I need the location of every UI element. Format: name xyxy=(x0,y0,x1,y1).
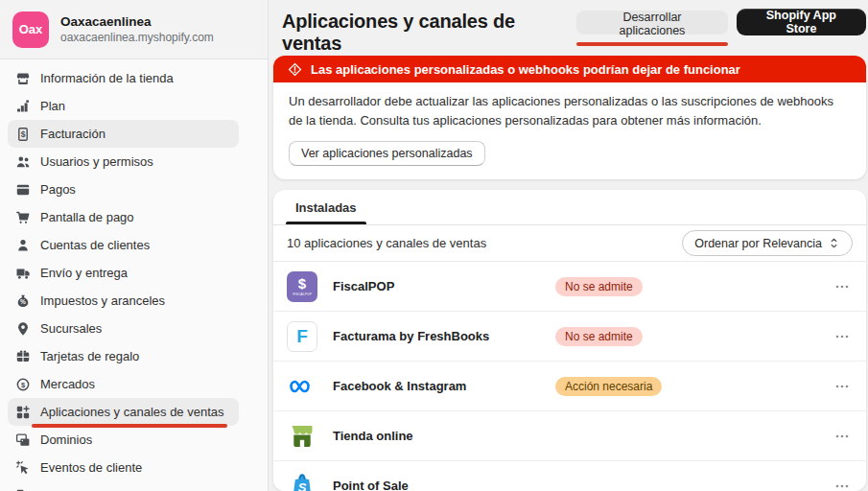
svg-text:%: % xyxy=(20,298,26,305)
sidebar-item-customer-accounts[interactable]: Cuentas de clientes xyxy=(8,231,239,259)
app-row-fiscalpop[interactable]: $ FISCALPOP FiscalPOP No se admite xyxy=(273,262,866,312)
apps-list-card: Instaladas 10 aplicaciones y canales de … xyxy=(273,190,866,491)
alert-diamond-icon xyxy=(288,62,302,77)
plan-icon xyxy=(15,99,31,114)
svg-text:$: $ xyxy=(21,380,26,388)
header-actions: Desarrollar aplicaciones Shopify App Sto… xyxy=(576,9,866,46)
users-icon xyxy=(15,154,31,170)
settings-sidebar: Oax Oaxacaenlinea oaxacaenlinea.myshopif… xyxy=(0,0,269,491)
ellipsis-icon xyxy=(834,479,850,491)
globe-dollar-icon: $ xyxy=(15,377,31,392)
view-custom-apps-button[interactable]: Ver aplicaciones personalizadas xyxy=(289,141,485,166)
sidebar-item-brand[interactable]: Marca xyxy=(8,481,239,491)
svg-text:$: $ xyxy=(21,129,26,138)
person-icon xyxy=(15,238,31,253)
sidebar-item-label: Tarjetas de regalo xyxy=(40,349,139,363)
sidebar-item-domains[interactable]: Dominios xyxy=(8,426,239,454)
develop-apps-button[interactable]: Desarrollar aplicaciones xyxy=(576,11,728,35)
sidebar-item-label: Envío y entrega xyxy=(40,266,128,280)
sidebar-item-label: Mercados xyxy=(40,377,95,391)
app-name: Point of Sale xyxy=(333,479,555,491)
sidebar-item-label: Pagos xyxy=(40,182,76,197)
row-menu-button[interactable] xyxy=(832,376,853,397)
sidebar-item-label: Plan xyxy=(40,99,65,113)
ellipsis-icon xyxy=(834,379,850,394)
settings-nav: Información de la tienda Plan $ Facturac… xyxy=(0,59,268,491)
apps-count-text: 10 aplicaciones y canales de ventas xyxy=(287,236,486,250)
sidebar-item-billing[interactable]: $ Facturación xyxy=(8,120,239,148)
store-name: Oaxacaenlinea xyxy=(60,14,214,31)
sidebar-item-store-details[interactable]: Información de la tienda xyxy=(8,64,239,92)
alert-body: Un desarrollador debe actualizar las apl… xyxy=(273,82,849,179)
webhooks-alert-card: Las aplicaciones personalizadas o webhoo… xyxy=(273,56,866,179)
payments-icon xyxy=(15,182,31,198)
sidebar-item-gift-cards[interactable]: Tarjetas de regalo xyxy=(8,342,239,370)
apps-count-row: 10 aplicaciones y canales de ventas Orde… xyxy=(273,225,866,262)
sidebar-item-checkout[interactable]: Pantalla de pago xyxy=(8,203,239,231)
page-title: Aplicaciones y canales de ventas xyxy=(282,9,576,55)
sidebar-item-label: Dominios xyxy=(40,433,92,447)
store-icon xyxy=(15,71,31,86)
sidebar-item-locations[interactable]: Sucursales xyxy=(8,315,239,342)
app-row-online-store[interactable]: Tienda online xyxy=(273,411,866,461)
apps-tabs: Instaladas xyxy=(273,190,866,225)
money-bag-icon: % xyxy=(15,293,31,309)
status-badge: Acción necesaria xyxy=(555,377,662,396)
billing-icon: $ xyxy=(15,127,31,142)
app-row-facebook-instagram[interactable]: Facebook & Instagram Acción necesaria xyxy=(273,362,866,411)
gift-card-icon xyxy=(15,349,31,364)
develop-apps-button-wrap: Desarrollar aplicaciones xyxy=(576,9,728,46)
sidebar-item-taxes-duties[interactable]: % Impuestos y aranceles xyxy=(8,287,239,315)
sidebar-item-shipping-delivery[interactable]: Envío y entrega xyxy=(8,259,239,287)
ellipsis-icon xyxy=(834,429,850,444)
sidebar-item-plan[interactable]: Plan xyxy=(8,92,239,120)
store-domain: oaxacaenlinea.myshopify.com xyxy=(60,31,214,44)
status-badge: No se admite xyxy=(555,327,643,346)
sidebar-item-customer-events[interactable]: Eventos de cliente xyxy=(8,454,239,481)
sidebar-item-label: Información de la tienda xyxy=(40,71,174,85)
row-menu-button[interactable] xyxy=(832,426,853,447)
meta-app-icon xyxy=(287,371,317,402)
store-avatar: Oax xyxy=(12,12,49,48)
sidebar-item-markets[interactable]: $ Mercados xyxy=(8,370,239,398)
alert-header: Las aplicaciones personalizadas o webhoo… xyxy=(273,56,866,82)
app-row-facturama[interactable]: F Facturama by FreshBooks No se admite xyxy=(273,312,866,362)
row-menu-button[interactable] xyxy=(832,276,853,297)
sidebar-item-label: Aplicaciones y canales de ventas xyxy=(40,405,224,419)
app-row-point-of-sale[interactable]: S Point of Sale xyxy=(273,461,866,491)
settings-page: Oax Oaxacaenlinea oaxacaenlinea.myshopif… xyxy=(0,0,868,491)
sidebar-item-label: Eventos de cliente xyxy=(40,460,142,475)
sidebar-item-label: Facturación xyxy=(40,127,106,141)
sidebar-item-label: Cuentas de clientes xyxy=(40,238,150,252)
location-pin-icon xyxy=(15,321,31,337)
app-name: Facebook & Instagram xyxy=(333,379,555,393)
shopify-app-store-button[interactable]: Shopify App Store xyxy=(737,9,866,35)
row-menu-button[interactable] xyxy=(832,476,853,491)
app-name: Facturama by FreshBooks xyxy=(333,329,555,343)
sidebar-item-label: Usuarios y permisos xyxy=(40,154,153,169)
online-store-app-icon xyxy=(287,421,317,452)
sort-by-button[interactable]: Ordenar por Relevancia xyxy=(682,230,853,256)
main-content: Aplicaciones y canales de ventas Desarro… xyxy=(269,0,868,491)
cursor-click-icon xyxy=(15,460,31,476)
fiscalpop-app-icon: $ FISCALPOP xyxy=(287,271,317,302)
main-header: Aplicaciones y canales de ventas Desarro… xyxy=(273,0,866,50)
sidebar-item-apps-sales-channels[interactable]: Aplicaciones y canales de ventas xyxy=(8,398,239,426)
cart-icon xyxy=(15,210,31,225)
ellipsis-icon xyxy=(834,279,850,294)
row-menu-button[interactable] xyxy=(832,326,853,347)
domains-icon xyxy=(15,433,31,448)
app-name: FiscalPOP xyxy=(333,279,555,293)
sidebar-item-label: Sucursales xyxy=(40,321,102,336)
tab-installed[interactable]: Instaladas xyxy=(283,190,369,224)
apps-grid-icon xyxy=(15,405,31,420)
status-badge: No se admite xyxy=(555,277,643,296)
pos-app-icon: S xyxy=(287,471,317,491)
tag-icon xyxy=(15,488,31,491)
ellipsis-icon xyxy=(834,329,850,344)
truck-icon xyxy=(15,266,31,281)
sidebar-item-payments[interactable]: Pagos xyxy=(8,175,239,203)
svg-text:S: S xyxy=(298,480,307,491)
sidebar-item-label: Pantalla de pago xyxy=(40,210,134,224)
sidebar-item-users-permissions[interactable]: Usuarios y permisos xyxy=(8,148,239,175)
